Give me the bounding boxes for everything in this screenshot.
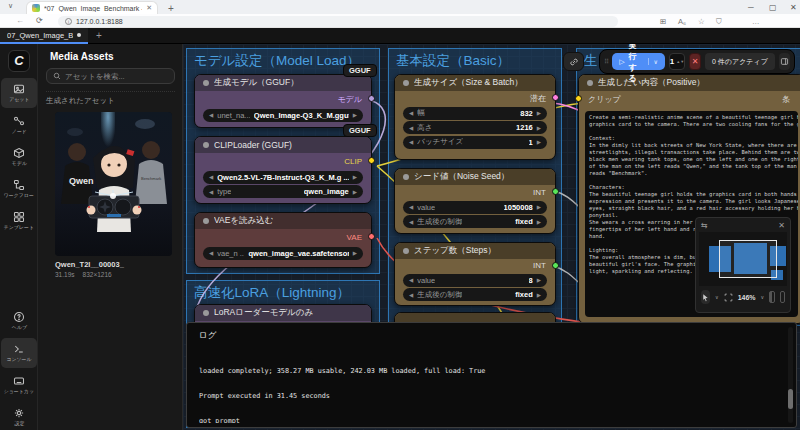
minimap-view[interactable]: [699, 232, 787, 286]
node-noise-seed[interactable]: シード値（Noise Seed） INT ◀ value 1050008 ▶ ◀…: [394, 168, 556, 234]
model-output-dot[interactable]: [368, 95, 375, 102]
minimap-panel[interactable]: ⇆ ✕ ∨ 146% ∨: [695, 217, 791, 313]
widget-vae-name[interactable]: ◀ vae_n ... qwen_image_vae.safetensors ▶: [203, 247, 363, 260]
collapse-dot-icon[interactable]: [203, 218, 209, 224]
tab-close-icon[interactable]: ✕: [146, 4, 152, 12]
read-aloud-icon[interactable]: A₆: [678, 17, 686, 26]
cancel-button[interactable]: ✕: [689, 53, 701, 70]
comfyui-logo[interactable]: C: [8, 50, 30, 72]
back-icon[interactable]: ←: [16, 16, 24, 25]
window-maximize-button[interactable]: ▢: [769, 3, 777, 12]
log-panel[interactable]: ログ loaded completely; 358.27 MB usable, …: [186, 322, 797, 428]
sidebar-item-shortcuts[interactable]: ショートカッ: [1, 370, 37, 400]
node-header[interactable]: シード値（Noise Seed）: [395, 169, 555, 185]
node-header[interactable]: ステップ数（Steps）: [395, 243, 555, 259]
split-view-icon[interactable]: [769, 291, 774, 303]
window-close-button[interactable]: ✕: [790, 3, 797, 12]
link-visibility-button[interactable]: [563, 52, 584, 71]
prev-arrow-icon[interactable]: ◀: [409, 277, 413, 283]
zoom-options-chevron-icon[interactable]: ∨: [761, 294, 765, 300]
node-vae-loader[interactable]: VAEを読み込む VAE ◀ vae_n ... qwen_image_vae.…: [194, 212, 372, 268]
collapse-dot-icon[interactable]: [403, 248, 409, 254]
prev-arrow-icon[interactable]: ◀: [209, 174, 213, 180]
sidebar-item-console[interactable]: コンソール: [1, 338, 37, 368]
stepper-arrows-icon[interactable]: ▲▼: [676, 60, 684, 64]
collapse-dot-icon[interactable]: [203, 142, 209, 148]
queue-count-stepper[interactable]: 1 ▲▼: [669, 53, 685, 70]
sidebar-item-help[interactable]: ヘルプ: [1, 306, 37, 336]
next-arrow-icon[interactable]: ▶: [537, 139, 541, 145]
active-jobs-button[interactable]: 0 件のアクティブ: [705, 53, 775, 70]
graph-canvas[interactable]: モデル設定（Model Load） 高速化LoRA（Lightning） 基本設…: [183, 44, 800, 430]
node-header[interactable]: VAEを読み込む: [195, 213, 371, 229]
split-screen-icon[interactable]: ⊞: [660, 17, 666, 26]
next-arrow-icon[interactable]: ▶: [537, 277, 541, 283]
next-arrow-icon[interactable]: ▶: [537, 292, 541, 298]
next-arrow-icon[interactable]: ▶: [353, 189, 357, 195]
prev-arrow-icon[interactable]: ◀: [409, 204, 413, 210]
widget-unet-name[interactable]: ◀ unet_na... Qwen_Image-Q3_K_M.gguf ▶: [203, 109, 363, 122]
widget-steps-value[interactable]: ◀ value 8 ▶: [403, 274, 547, 287]
drag-handle-icon[interactable]: ⠿: [604, 59, 608, 65]
new-tab-button[interactable]: +: [168, 3, 174, 14]
collapse-dot-icon[interactable]: [403, 80, 409, 86]
sidebar-item-templates[interactable]: テンプレート: [1, 206, 37, 236]
sidebar-item-nodes[interactable]: ノード: [1, 110, 37, 140]
run-button[interactable]: ▷ 実行する ∨: [612, 53, 665, 70]
focus-mode-icon[interactable]: [780, 291, 785, 303]
next-arrow-icon[interactable]: ▶: [353, 250, 357, 256]
panel-toggle-button[interactable]: [779, 53, 790, 70]
next-arrow-icon[interactable]: ▶: [537, 110, 541, 116]
tab-actions-chevron-icon[interactable]: ∨: [8, 2, 13, 10]
sidebar-item-settings[interactable]: 設定: [1, 402, 37, 430]
minimap-viewport[interactable]: [719, 240, 777, 278]
workflow-tab[interactable]: 07_Qwen_Image_Be...: [0, 28, 88, 44]
node-empty-latent-size[interactable]: 生成サイズ（Size & Batch） 潜在 ◀ 幅 832 ▶ ◀ 高さ 12…: [394, 74, 556, 160]
widget-clip-name[interactable]: ◀ Qwen2.5-VL-7B-Instruct-Q3_K_M.g ... ▶: [203, 171, 363, 184]
prev-arrow-icon[interactable]: ◀: [409, 139, 413, 145]
prev-arrow-icon[interactable]: ◀: [409, 125, 413, 131]
link-render-toggle-icon[interactable]: ⇆: [701, 221, 708, 230]
log-scrollbar-thumb[interactable]: [788, 389, 793, 409]
node-steps[interactable]: ステップ数（Steps） INT ◀ value 8 ▶ ◀ 生成後の制御 fi…: [394, 242, 556, 306]
widget-height[interactable]: ◀ 高さ 1216 ▶: [403, 121, 547, 134]
collapse-dot-icon[interactable]: [203, 310, 209, 316]
run-options-chevron-icon[interactable]: ∨: [648, 58, 657, 65]
asset-filename[interactable]: Qwen_T2I__00003_: [55, 260, 124, 269]
node-header[interactable]: 生成モデル（GGUF）: [195, 75, 371, 91]
prev-arrow-icon[interactable]: ◀: [409, 110, 413, 116]
widget-control-after-generate[interactable]: ◀ 生成後の制御 fixed ▶: [403, 288, 547, 301]
widget-width[interactable]: ◀ 幅 832 ▶: [403, 107, 547, 120]
int-output-dot[interactable]: [552, 188, 559, 195]
asset-thumbnail[interactable]: Qwen Benchmark: [55, 112, 172, 256]
widget-control-after-generate[interactable]: ◀ 生成後の制御 fixed ▶: [403, 215, 547, 228]
node-unet-loader-gguf[interactable]: 生成モデル（GGUF） モデル ◀ unet_na... Qwen_Image-…: [194, 74, 372, 128]
zoom-level[interactable]: 146%: [738, 294, 756, 301]
more-menu-icon[interactable]: …: [752, 17, 760, 26]
favorites-star-icon[interactable]: ☆: [698, 17, 705, 26]
sidebar-item-workflows[interactable]: ワークフロー: [1, 174, 37, 204]
sidebar-item-models[interactable]: モデル: [1, 142, 37, 172]
window-minimize-button[interactable]: ─: [748, 3, 754, 12]
vae-output-dot[interactable]: [368, 233, 375, 240]
widget-seed-value[interactable]: ◀ value 1050008 ▶: [403, 201, 547, 214]
widget-batch-size[interactable]: ◀ バッチサイズ 1 ▶: [403, 136, 547, 149]
collapse-dot-icon[interactable]: [203, 80, 209, 86]
clip-output-dot[interactable]: [368, 157, 375, 164]
node-clip-loader-gguf[interactable]: CLIPLoader (GGUF) CLIP ◀ Qwen2.5-VL-7B-I…: [194, 136, 372, 204]
site-info-icon[interactable]: i: [65, 18, 72, 25]
node-header[interactable]: 生成サイズ（Size & Batch）: [395, 75, 555, 91]
asset-search-input[interactable]: [65, 72, 168, 81]
prev-arrow-icon[interactable]: ◀: [209, 250, 213, 256]
next-arrow-icon[interactable]: ▶: [537, 204, 541, 210]
browser-tab[interactable]: *07_Qwen_Image_Benchmark - Co ✕: [26, 1, 158, 14]
collections-icon[interactable]: ⛉: [716, 17, 722, 27]
prev-arrow-icon[interactable]: ◀: [409, 219, 413, 225]
asset-search[interactable]: [46, 68, 175, 84]
minimap-close-icon[interactable]: ✕: [778, 221, 785, 230]
prev-arrow-icon[interactable]: ◀: [409, 292, 413, 298]
collapse-dot-icon[interactable]: [403, 174, 409, 180]
pointer-options-chevron-icon[interactable]: ∨: [715, 294, 719, 300]
next-arrow-icon[interactable]: ▶: [537, 125, 541, 131]
fit-view-button[interactable]: [724, 288, 733, 306]
